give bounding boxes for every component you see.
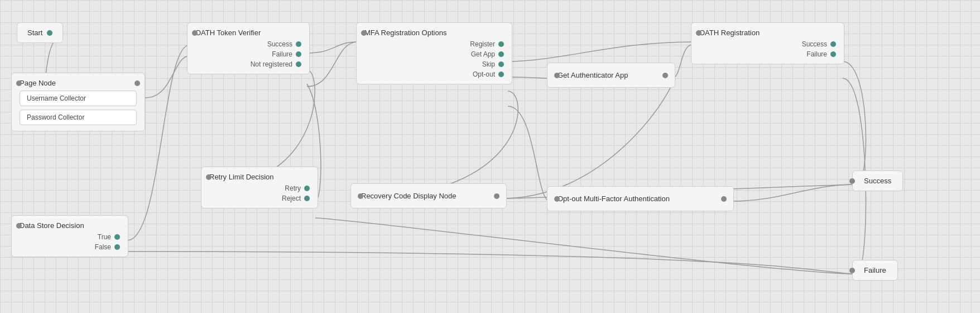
data-store-decision-node[interactable]: Data Store Decision True False: [11, 215, 128, 257]
mfa-outputs: Register Get App Skip Opt-out: [364, 40, 504, 78]
output-true: True: [98, 233, 120, 241]
opt-out-mfa-input-dot: [554, 196, 560, 202]
reject-dot: [304, 196, 310, 201]
register-dot: [498, 41, 504, 47]
failure-input-dot: [849, 268, 855, 273]
oath-token-input-dot: [192, 30, 198, 36]
true-dot: [114, 234, 120, 240]
skip-dot: [498, 61, 504, 67]
oath-reg-outputs: Success Failure: [699, 40, 836, 58]
get-auth-output-dot: [662, 73, 668, 78]
get-auth-input-dot: [554, 73, 560, 78]
data-store-outputs: True False: [20, 233, 120, 251]
page-node[interactable]: Page Node Username Collector Password Co…: [11, 73, 145, 131]
recovery-code-display-node[interactable]: Recovery Code Display Node: [350, 183, 507, 208]
username-collector-node[interactable]: Username Collector: [20, 91, 137, 106]
success-dot: [296, 41, 301, 47]
not-registered-dot: [296, 61, 301, 67]
mfa-input-dot: [361, 30, 367, 36]
recovery-input-dot: [358, 193, 363, 199]
page-node-output-dot: [134, 80, 140, 86]
retry-dot: [304, 186, 310, 191]
opt-out-dot: [498, 72, 504, 77]
output-reject: Reject: [282, 195, 310, 202]
output-skip: Skip: [482, 60, 504, 68]
opt-out-mfa-node[interactable]: Opt-out Multi-Factor Authentication: [547, 186, 734, 211]
false-dot: [114, 244, 120, 250]
output-get-app: Get App: [471, 50, 504, 58]
oath-reg-input-dot: [696, 30, 702, 36]
oath-reg-failure: Failure: [806, 50, 836, 58]
start-node[interactable]: Start: [17, 22, 63, 43]
output-opt-out: Opt-out: [473, 70, 504, 78]
recovery-output-dot: [494, 193, 499, 199]
retry-limit-outputs: Retry Reject: [209, 184, 310, 202]
output-retry: Retry: [285, 184, 310, 192]
output-not-registered: Not registered: [251, 60, 301, 68]
get-app-dot: [498, 51, 504, 57]
mfa-registration-options-node[interactable]: MFA Registration Options Register Get Ap…: [356, 22, 512, 84]
retry-limit-input-dot: [206, 174, 212, 180]
get-authenticator-app-node[interactable]: Get Authenticator App: [547, 63, 675, 88]
oath-failure-dot: [830, 51, 836, 57]
opt-out-mfa-output-dot: [721, 196, 727, 202]
success-terminal-node[interactable]: Success: [852, 170, 903, 191]
oath-success-dot: [830, 41, 836, 47]
success-input-dot: [849, 178, 855, 184]
oath-token-outputs: Success Failure Not registered: [195, 40, 301, 68]
oath-reg-success: Success: [802, 40, 836, 48]
retry-limit-decision-node[interactable]: Retry Limit Decision Retry Reject: [201, 167, 318, 208]
oath-token-verifier-node[interactable]: OATH Token Verifier Success Failure Not …: [187, 22, 310, 74]
data-store-input-dot: [16, 223, 22, 229]
output-false: False: [95, 243, 120, 251]
page-node-input-dot: [16, 80, 22, 86]
output-failure: Failure: [272, 50, 301, 58]
start-output-dot: [47, 30, 52, 36]
oath-registration-node[interactable]: OATH Registration Success Failure: [691, 22, 844, 64]
password-collector-node[interactable]: Password Collector: [20, 110, 137, 125]
output-success: Success: [267, 40, 301, 48]
failure-terminal-node[interactable]: Failure: [852, 260, 898, 281]
failure-dot: [296, 51, 301, 57]
output-register: Register: [470, 40, 504, 48]
